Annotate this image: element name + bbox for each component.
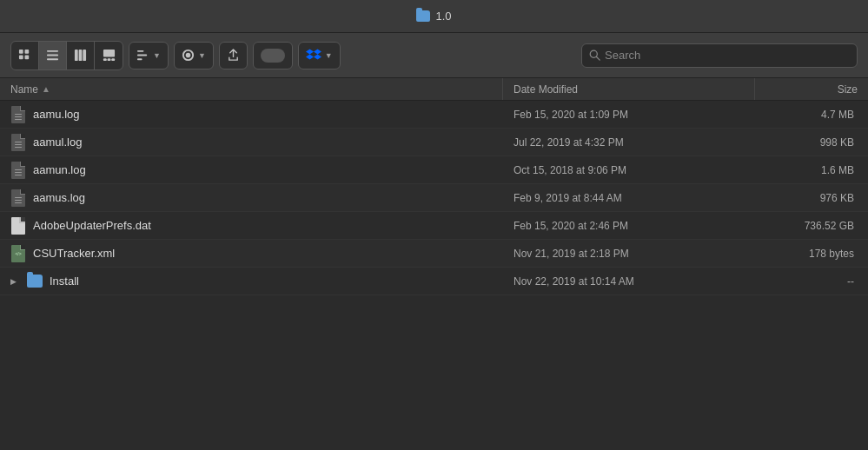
file-name-text: CSUTracker.xml xyxy=(33,247,115,260)
view-mode-group xyxy=(10,41,123,70)
table-row[interactable]: aamus.logFeb 9, 2019 at 8:44 AM976 KB xyxy=(0,184,868,212)
share-button[interactable] xyxy=(219,42,248,69)
file-date-cell: Feb 15, 2020 at 2:46 PM xyxy=(503,220,755,232)
file-size-cell: 976 KB xyxy=(755,192,868,204)
svg-rect-10 xyxy=(103,50,114,56)
table-row[interactable]: aamu.logFeb 15, 2020 at 1:09 PM4.7 MB xyxy=(0,101,868,129)
file-name-text: aamu.log xyxy=(33,108,79,121)
svg-rect-2 xyxy=(19,56,23,60)
file-list: aamu.logFeb 15, 2020 at 1:09 PM4.7 MB aa… xyxy=(0,101,868,450)
file-name-text: Install xyxy=(50,275,79,288)
file-name-text: aamus.log xyxy=(33,191,85,204)
svg-rect-4 xyxy=(47,50,58,52)
file-name-cell: aamu.log xyxy=(0,105,503,124)
file-name-cell: ▶Install xyxy=(0,272,503,291)
svg-line-18 xyxy=(597,57,600,61)
tag-button[interactable] xyxy=(253,42,293,69)
column-headers: Name ▲ Date Modified Size xyxy=(0,78,868,101)
date-column-header[interactable]: Date Modified xyxy=(503,78,755,100)
search-bar[interactable] xyxy=(581,43,858,68)
main-content: Name ▲ Date Modified Size aamu.logFeb 15… xyxy=(0,78,868,450)
file-date-cell: Nov 22, 2019 at 10:14 AM xyxy=(503,275,755,288)
file-icon xyxy=(10,133,26,152)
file-date-cell: Nov 21, 2019 at 2:18 PM xyxy=(503,248,755,260)
table-row[interactable]: </>CSUTracker.xmlNov 21, 2019 at 2:18 PM… xyxy=(0,240,868,268)
tag-icon xyxy=(261,49,285,63)
file-date-cell: Feb 9, 2019 at 8:44 AM xyxy=(503,192,755,204)
table-row[interactable]: aamul.logJul 22, 2019 at 4:32 PM998 KB xyxy=(0,129,868,156)
file-icon xyxy=(10,105,26,124)
file-icon xyxy=(27,272,43,291)
svg-rect-3 xyxy=(25,56,30,60)
svg-rect-8 xyxy=(79,50,83,61)
arrange-button[interactable]: ▼ xyxy=(129,42,169,69)
gallery-view-button[interactable] xyxy=(95,42,123,69)
file-size-cell: 998 KB xyxy=(755,136,868,149)
title-bar-title: 1.0 xyxy=(416,10,451,23)
svg-rect-9 xyxy=(83,50,86,61)
file-name-cell: AdobeUpdaterPrefs.dat xyxy=(0,216,503,235)
svg-rect-11 xyxy=(103,58,106,61)
file-name-cell: aamul.log xyxy=(0,133,503,152)
file-size-cell: 736.52 GB xyxy=(755,220,868,232)
file-size-cell: 1.6 MB xyxy=(755,164,868,176)
size-column-header[interactable]: Size xyxy=(755,78,868,100)
file-name-cell: aamun.log xyxy=(0,161,503,180)
action-button[interactable]: ▼ xyxy=(174,42,214,69)
svg-rect-1 xyxy=(25,50,30,54)
svg-rect-0 xyxy=(19,50,23,54)
table-row[interactable]: AdobeUpdaterPrefs.datFeb 15, 2020 at 2:4… xyxy=(0,212,868,240)
svg-rect-13 xyxy=(111,58,115,61)
svg-rect-16 xyxy=(137,58,142,60)
svg-rect-5 xyxy=(47,55,58,56)
arrange-chevron: ▼ xyxy=(153,51,161,60)
name-column-header: Name ▲ xyxy=(0,78,503,100)
file-name-text: AdobeUpdaterPrefs.dat xyxy=(33,219,151,232)
file-size-cell: 4.7 MB xyxy=(755,109,868,121)
file-name-cell: </>CSUTracker.xml xyxy=(0,244,503,263)
file-size-cell: 178 bytes xyxy=(755,248,868,260)
file-date-cell: Feb 15, 2020 at 1:09 PM xyxy=(503,109,755,121)
sort-arrow-icon: ▲ xyxy=(42,84,50,94)
svg-rect-14 xyxy=(137,50,144,52)
list-view-button[interactable] xyxy=(39,42,67,69)
file-icon: </> xyxy=(10,244,26,263)
svg-rect-7 xyxy=(75,50,78,61)
icon-view-button[interactable] xyxy=(11,42,39,69)
file-date-cell: Oct 15, 2018 at 9:06 PM xyxy=(503,164,755,176)
file-name-cell: aamus.log xyxy=(0,189,503,208)
expand-arrow-icon[interactable]: ▶ xyxy=(10,277,17,286)
toolbar: ▼ ▼ ▼ xyxy=(0,33,868,78)
file-icon xyxy=(10,216,26,235)
search-input[interactable] xyxy=(605,49,850,62)
file-name-text: aamul.log xyxy=(33,136,82,149)
dropbox-chevron: ▼ xyxy=(325,51,333,60)
file-name-text: aamun.log xyxy=(33,163,86,176)
file-size-cell: -- xyxy=(755,275,868,288)
search-icon xyxy=(589,50,600,61)
title-bar: 1.0 xyxy=(0,0,868,33)
dropbox-button[interactable]: ▼ xyxy=(298,42,341,69)
file-icon xyxy=(10,161,26,180)
file-icon xyxy=(10,189,26,208)
column-view-button[interactable] xyxy=(67,42,95,69)
svg-rect-12 xyxy=(107,58,110,61)
action-chevron: ▼ xyxy=(198,51,206,60)
file-date-cell: Jul 22, 2019 at 4:32 PM xyxy=(503,136,755,149)
svg-rect-6 xyxy=(47,58,58,60)
window-title: 1.0 xyxy=(435,10,451,23)
svg-rect-15 xyxy=(137,55,147,56)
table-row[interactable]: aamun.logOct 15, 2018 at 9:06 PM1.6 MB xyxy=(0,156,868,184)
table-row[interactable]: ▶InstallNov 22, 2019 at 10:14 AM-- xyxy=(0,268,868,295)
folder-icon xyxy=(416,10,430,22)
